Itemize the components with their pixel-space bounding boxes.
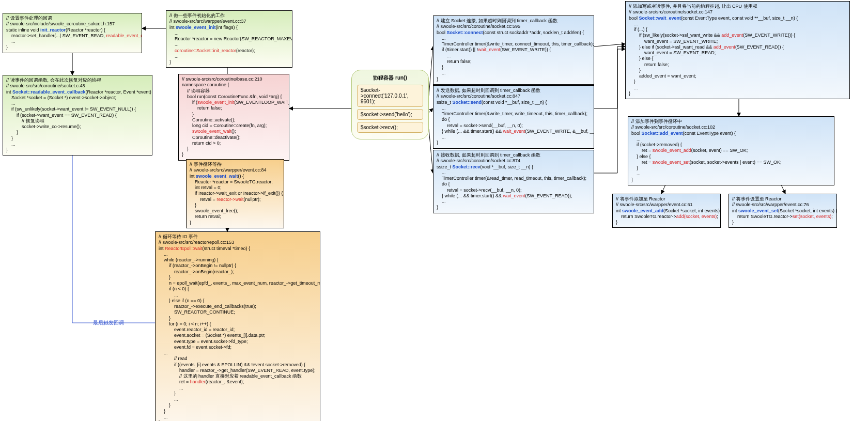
run-item-send: $socket->send('hello'); — [357, 109, 423, 120]
node-socket-wait-event: // 添加写或者读事件, 并且将当前的协程挂起, 让出 CPU 使用权 // s… — [625, 1, 850, 99]
node-coroutine-run: // swoole-src/src/coroutine/base.cc:210 … — [178, 74, 289, 161]
diagram-canvas: // 设置事件处理的回调 // swoole-src/include/swool… — [0, 0, 868, 421]
callback-label: 最后触发回调 — [93, 319, 124, 326]
node-socket-send: // 发送数据, 如果超时则回调到 timer_callback 函数 // s… — [433, 85, 594, 149]
run-item-connect: $socket->connect('127.0.0.1', 9601); — [357, 85, 423, 107]
node-reactor-epoll-wait: // 循环等待 IO 事件 // swoole-src/src/reactor/… — [155, 231, 320, 421]
node-readable-callback: // 读事件的回调函数, 会在此次恢复对应的协程 // swoole-src/s… — [3, 75, 152, 155]
node-swoole-event-wait: // 事件循环等待 // swoole-src/src/warpper/even… — [186, 159, 284, 228]
run-title: 协程容器 run() — [357, 74, 423, 82]
node-socket-connect: // 建立 Socket 连接, 如果超时则回调到 timer_callback… — [433, 15, 594, 85]
run-item-recv: $socket->recv(); — [357, 122, 423, 133]
node-swoole-event-add: // 将事件添加至 Reactor // swoole-src/src/warp… — [612, 194, 721, 228]
node-swoole-event-init: // 做一些事件初始化的工作 // swoole-src/src/warpper… — [166, 10, 292, 68]
node-init-reactor: // 设置事件处理的回调 // swoole-src/include/swool… — [3, 13, 142, 53]
node-socket-add-event: // 添加事件到事件循环中 // swoole-src/src/coroutin… — [628, 116, 834, 185]
node-socket-recv: // 接收数据, 如果超时则回调到 timer_callback 函数 // s… — [433, 150, 594, 213]
run-container: 协程容器 run() $socket->connect('127.0.0.1',… — [351, 70, 429, 139]
node-swoole-event-set: // 将事件设置至 Reactor // swoole-src/src/warp… — [729, 194, 837, 228]
